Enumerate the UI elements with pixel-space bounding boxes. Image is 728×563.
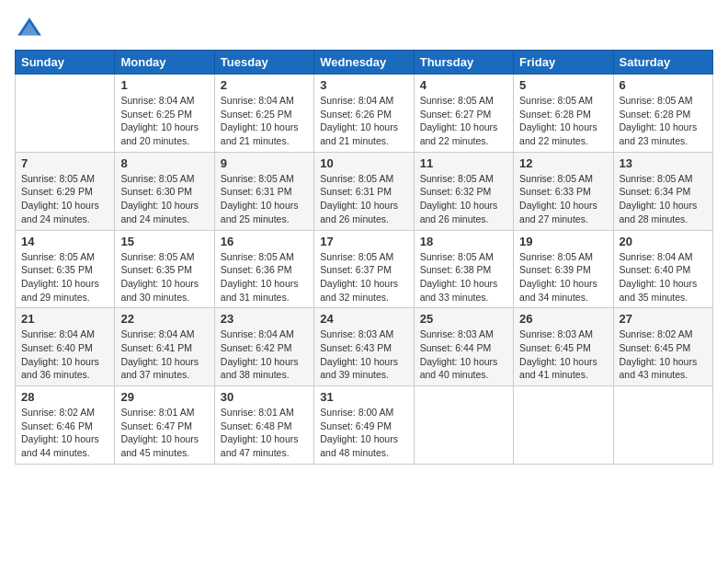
calendar-cell: 16Sunrise: 8:05 AM Sunset: 6:36 PM Dayli… — [214, 230, 313, 308]
column-header-tuesday: Tuesday — [214, 51, 313, 75]
day-number: 25 — [420, 312, 507, 326]
day-info: Sunrise: 8:03 AM Sunset: 6:43 PM Dayligh… — [320, 327, 407, 382]
calendar-week-1: 1Sunrise: 8:04 AM Sunset: 6:25 PM Daylig… — [16, 75, 713, 153]
day-number: 7 — [21, 156, 108, 170]
day-number: 4 — [420, 78, 507, 92]
day-info: Sunrise: 8:05 AM Sunset: 6:31 PM Dayligh… — [320, 172, 407, 226]
day-number: 13 — [620, 156, 707, 170]
day-info: Sunrise: 8:01 AM Sunset: 6:48 PM Dayligh… — [221, 406, 308, 460]
column-header-wednesday: Wednesday — [314, 51, 414, 75]
day-info: Sunrise: 8:05 AM Sunset: 6:35 PM Dayligh… — [21, 250, 108, 304]
calendar-cell: 26Sunrise: 8:03 AM Sunset: 6:45 PM Dayli… — [514, 308, 613, 386]
page-header — [15, 15, 713, 44]
calendar-cell: 8Sunrise: 8:05 AM Sunset: 6:30 PM Daylig… — [115, 152, 214, 230]
calendar-table: SundayMondayTuesdayWednesdayThursdayFrid… — [15, 50, 713, 465]
day-number: 8 — [120, 156, 208, 170]
day-number: 22 — [120, 312, 208, 326]
calendar-cell: 3Sunrise: 8:04 AM Sunset: 6:26 PM Daylig… — [314, 75, 414, 153]
calendar-week-5: 28Sunrise: 8:02 AM Sunset: 6:46 PM Dayli… — [16, 386, 713, 465]
day-info: Sunrise: 8:04 AM Sunset: 6:25 PM Dayligh… — [120, 94, 208, 148]
calendar-cell: 7Sunrise: 8:05 AM Sunset: 6:29 PM Daylig… — [16, 152, 115, 230]
calendar-cell — [16, 75, 115, 153]
day-info: Sunrise: 8:04 AM Sunset: 6:26 PM Dayligh… — [320, 94, 407, 148]
day-number: 14 — [21, 235, 108, 248]
day-number: 19 — [519, 235, 607, 248]
calendar-week-3: 14Sunrise: 8:05 AM Sunset: 6:35 PM Dayli… — [16, 230, 713, 308]
day-number: 16 — [221, 235, 308, 248]
column-header-sunday: Sunday — [16, 51, 115, 75]
day-info: Sunrise: 8:02 AM Sunset: 6:46 PM Dayligh… — [21, 406, 108, 460]
day-info: Sunrise: 8:05 AM Sunset: 6:38 PM Dayligh… — [420, 250, 507, 304]
calendar-cell: 14Sunrise: 8:05 AM Sunset: 6:35 PM Dayli… — [16, 230, 115, 308]
day-number: 3 — [320, 78, 407, 92]
calendar-cell: 1Sunrise: 8:04 AM Sunset: 6:25 PM Daylig… — [115, 75, 214, 153]
day-number: 12 — [519, 156, 607, 170]
logo-icon — [15, 15, 44, 44]
day-info: Sunrise: 8:01 AM Sunset: 6:47 PM Dayligh… — [120, 406, 208, 460]
day-info: Sunrise: 8:05 AM Sunset: 6:35 PM Dayligh… — [120, 250, 208, 304]
day-number: 15 — [120, 235, 208, 248]
day-info: Sunrise: 8:05 AM Sunset: 6:37 PM Dayligh… — [320, 250, 407, 304]
day-info: Sunrise: 8:04 AM Sunset: 6:25 PM Dayligh… — [221, 94, 308, 148]
calendar-cell: 29Sunrise: 8:01 AM Sunset: 6:47 PM Dayli… — [115, 386, 214, 465]
day-info: Sunrise: 8:05 AM Sunset: 6:34 PM Dayligh… — [620, 172, 707, 226]
day-info: Sunrise: 8:05 AM Sunset: 6:27 PM Dayligh… — [420, 94, 507, 148]
day-info: Sunrise: 8:05 AM Sunset: 6:39 PM Dayligh… — [519, 250, 607, 304]
calendar-cell: 25Sunrise: 8:03 AM Sunset: 6:44 PM Dayli… — [414, 308, 513, 386]
day-number: 20 — [620, 235, 707, 248]
calendar-cell: 20Sunrise: 8:04 AM Sunset: 6:40 PM Dayli… — [613, 230, 712, 308]
day-number: 6 — [620, 78, 707, 92]
calendar-header-row: SundayMondayTuesdayWednesdayThursdayFrid… — [16, 51, 713, 75]
day-info: Sunrise: 8:05 AM Sunset: 6:28 PM Dayligh… — [519, 94, 607, 148]
day-number: 1 — [120, 78, 208, 92]
calendar-cell: 9Sunrise: 8:05 AM Sunset: 6:31 PM Daylig… — [214, 152, 313, 230]
day-number: 18 — [420, 235, 507, 248]
calendar-week-4: 21Sunrise: 8:04 AM Sunset: 6:40 PM Dayli… — [16, 308, 713, 386]
day-number: 17 — [320, 235, 407, 248]
day-info: Sunrise: 8:05 AM Sunset: 6:36 PM Dayligh… — [221, 250, 308, 304]
calendar-cell: 30Sunrise: 8:01 AM Sunset: 6:48 PM Dayli… — [214, 386, 313, 465]
day-info: Sunrise: 8:03 AM Sunset: 6:44 PM Dayligh… — [420, 327, 507, 382]
day-info: Sunrise: 8:05 AM Sunset: 6:28 PM Dayligh… — [620, 94, 707, 148]
column-header-monday: Monday — [115, 51, 214, 75]
day-number: 29 — [120, 390, 208, 404]
calendar-cell: 21Sunrise: 8:04 AM Sunset: 6:40 PM Dayli… — [16, 308, 115, 386]
calendar-cell: 13Sunrise: 8:05 AM Sunset: 6:34 PM Dayli… — [613, 152, 712, 230]
day-number: 26 — [519, 312, 607, 326]
day-info: Sunrise: 8:00 AM Sunset: 6:49 PM Dayligh… — [320, 406, 407, 460]
calendar-cell: 11Sunrise: 8:05 AM Sunset: 6:32 PM Dayli… — [414, 152, 513, 230]
calendar-cell: 6Sunrise: 8:05 AM Sunset: 6:28 PM Daylig… — [613, 75, 712, 153]
day-info: Sunrise: 8:05 AM Sunset: 6:33 PM Dayligh… — [519, 172, 607, 226]
calendar-cell: 22Sunrise: 8:04 AM Sunset: 6:41 PM Dayli… — [115, 308, 214, 386]
calendar-cell — [414, 386, 513, 465]
day-number: 9 — [221, 156, 308, 170]
calendar-cell: 17Sunrise: 8:05 AM Sunset: 6:37 PM Dayli… — [314, 230, 414, 308]
calendar-cell: 18Sunrise: 8:05 AM Sunset: 6:38 PM Dayli… — [414, 230, 513, 308]
logo — [15, 15, 48, 44]
calendar-cell: 12Sunrise: 8:05 AM Sunset: 6:33 PM Dayli… — [514, 152, 613, 230]
day-number: 11 — [420, 156, 507, 170]
day-info: Sunrise: 8:04 AM Sunset: 6:41 PM Dayligh… — [120, 327, 208, 382]
day-number: 21 — [21, 312, 108, 326]
day-number: 5 — [519, 78, 607, 92]
day-number: 28 — [21, 390, 108, 404]
day-info: Sunrise: 8:03 AM Sunset: 6:45 PM Dayligh… — [519, 327, 607, 382]
day-info: Sunrise: 8:04 AM Sunset: 6:40 PM Dayligh… — [21, 327, 108, 382]
calendar-cell: 24Sunrise: 8:03 AM Sunset: 6:43 PM Dayli… — [314, 308, 414, 386]
column-header-saturday: Saturday — [613, 51, 712, 75]
calendar-week-2: 7Sunrise: 8:05 AM Sunset: 6:29 PM Daylig… — [16, 152, 713, 230]
calendar-cell: 31Sunrise: 8:00 AM Sunset: 6:49 PM Dayli… — [314, 386, 414, 465]
calendar-cell: 19Sunrise: 8:05 AM Sunset: 6:39 PM Dayli… — [514, 230, 613, 308]
day-number: 24 — [320, 312, 407, 326]
calendar-cell — [613, 386, 712, 465]
calendar-cell: 27Sunrise: 8:02 AM Sunset: 6:45 PM Dayli… — [613, 308, 712, 386]
calendar-cell: 28Sunrise: 8:02 AM Sunset: 6:46 PM Dayli… — [16, 386, 115, 465]
calendar-cell: 5Sunrise: 8:05 AM Sunset: 6:28 PM Daylig… — [514, 75, 613, 153]
day-number: 23 — [221, 312, 308, 326]
day-info: Sunrise: 8:05 AM Sunset: 6:29 PM Dayligh… — [21, 172, 108, 226]
day-info: Sunrise: 8:05 AM Sunset: 6:31 PM Dayligh… — [221, 172, 308, 226]
calendar-cell — [514, 386, 613, 465]
day-number: 31 — [320, 390, 407, 404]
day-number: 2 — [221, 78, 308, 92]
day-info: Sunrise: 8:05 AM Sunset: 6:32 PM Dayligh… — [420, 172, 507, 226]
